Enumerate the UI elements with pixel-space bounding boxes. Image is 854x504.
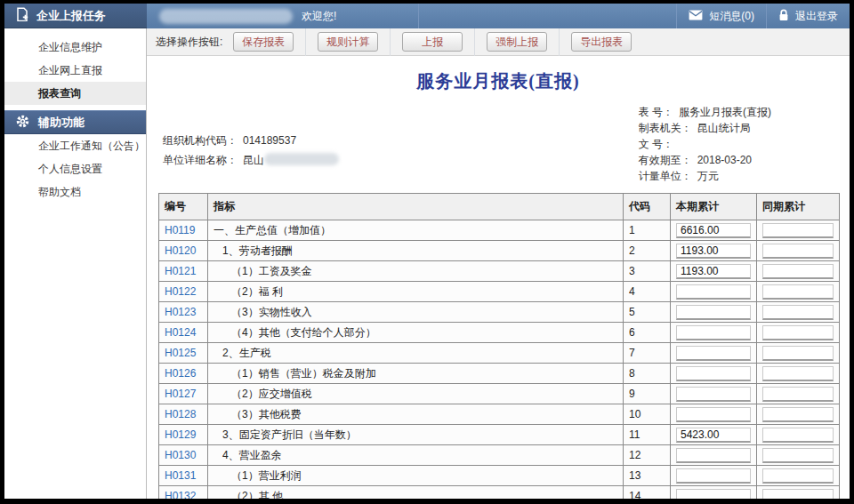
same-period-input[interactable]	[762, 346, 834, 361]
same-period-cell	[757, 384, 840, 404]
export-report-button[interactable]: 导出报表	[571, 32, 632, 52]
same-period-input[interactable]	[762, 305, 834, 320]
current-period-cell	[671, 282, 757, 302]
table-row: H0132（2）其 他14	[159, 486, 840, 500]
messages-button[interactable]: 短消息(0)	[677, 4, 766, 28]
sidebar-item-help-docs[interactable]: 帮助文档	[4, 180, 146, 204]
same-period-input[interactable]	[762, 407, 834, 422]
same-period-input[interactable]	[762, 284, 834, 300]
report-table: 编号 指标 代码 本期累计 同期累计 H0119一、生产总值（增加值）16616…	[158, 193, 840, 499]
current-period-input[interactable]	[676, 407, 751, 422]
current-period-cell: 1193.00	[671, 241, 757, 261]
logout-button[interactable]: 退出登录	[767, 4, 850, 28]
current-period-input[interactable]	[676, 366, 751, 381]
toolbar-label: 选择操作按钮:	[156, 35, 222, 50]
same-period-input[interactable]	[762, 223, 834, 238]
current-period-input[interactable]	[676, 284, 751, 300]
current-period-cell: 5423.00	[671, 425, 757, 445]
same-period-input[interactable]	[762, 428, 834, 443]
current-period-input[interactable]	[676, 448, 751, 463]
table-row: H0123（3）实物性收入5	[159, 302, 840, 323]
row-code-link[interactable]: H0121	[165, 265, 196, 277]
current-period-input[interactable]: 1193.00	[676, 244, 751, 259]
sidebar-section-header-aux[interactable]: 辅助功能	[4, 110, 146, 134]
row-seq: 6	[624, 323, 671, 343]
same-period-input[interactable]	[762, 244, 834, 259]
envelope-icon	[689, 10, 703, 23]
current-period-input[interactable]	[676, 468, 751, 484]
current-period-cell	[671, 364, 757, 384]
document-add-icon	[16, 7, 28, 24]
row-code-link[interactable]: H0131	[165, 469, 196, 482]
sidebar-section-header-tasks[interactable]: 企业上报任务	[4, 4, 147, 28]
same-period-input[interactable]	[762, 468, 834, 484]
rule-calc-button[interactable]: 规则计算	[318, 32, 378, 52]
save-report-button[interactable]: 保存报表	[233, 32, 294, 52]
body-row: 企业信息维护 企业网上直报 报表查询 辅助功能 企业工作通知（公告） 个人信息设…	[4, 28, 850, 499]
same-period-input[interactable]	[762, 366, 834, 381]
top-bar-divider	[418, 4, 419, 28]
same-period-input[interactable]	[762, 264, 834, 279]
org-code-line: 组织机构代码：014189537	[163, 131, 339, 150]
toolbar-divider	[390, 28, 391, 56]
current-period-input[interactable]	[676, 305, 751, 320]
same-period-cell	[757, 445, 840, 466]
row-code-link[interactable]: H0126	[165, 367, 196, 380]
force-submit-button[interactable]: 强制上报	[487, 32, 547, 52]
row-seq: 5	[624, 302, 671, 323]
row-code-link[interactable]: H0132	[165, 490, 196, 499]
current-period-cell: 6616.00	[671, 220, 757, 241]
same-period-input[interactable]	[762, 325, 834, 340]
top-bar: 企业上报任务 欢迎您! 短消息(0) 退出登录	[4, 4, 850, 28]
row-code-cell: H0120	[159, 241, 208, 261]
row-code-link[interactable]: H0127	[165, 388, 196, 400]
same-period-input[interactable]	[762, 448, 834, 463]
row-indicator: （2）应交增值税	[208, 384, 624, 404]
row-seq: 10	[624, 404, 671, 425]
row-code-link[interactable]: H0129	[165, 428, 196, 441]
table-row: H0124（4）其他（支付给个人部分）6	[159, 323, 840, 343]
issuing-agency-line: 制表机关：昆山统计局	[639, 120, 771, 136]
sidebar-section-title: 企业上报任务	[36, 8, 106, 24]
row-code-link[interactable]: H0130	[165, 449, 196, 461]
action-toolbar: 选择操作按钮: 保存报表 规则计算 上报 强制上报 导出报表	[147, 28, 850, 56]
row-code-link[interactable]: H0120	[165, 244, 196, 257]
current-period-input[interactable]	[676, 346, 751, 361]
row-code-link[interactable]: H0123	[165, 306, 196, 318]
sidebar-item-work-notice[interactable]: 企业工作通知（公告）	[4, 134, 146, 157]
current-period-input[interactable]	[676, 489, 751, 500]
sidebar-item-online-report[interactable]: 企业网上直报	[4, 59, 146, 82]
row-code-link[interactable]: H0128	[165, 408, 196, 420]
row-code-cell: H0129	[159, 425, 208, 445]
row-indicator: （1）营业利润	[208, 466, 624, 486]
current-period-input[interactable]: 6616.00	[676, 223, 751, 238]
same-period-input[interactable]	[762, 489, 834, 500]
row-code-link[interactable]: H0125	[165, 347, 196, 359]
row-code-cell: H0124	[159, 323, 208, 343]
same-period-cell	[757, 343, 840, 364]
same-period-cell	[757, 404, 840, 425]
current-period-input[interactable]	[676, 325, 751, 340]
table-row: H0128（3）其他税费10	[159, 404, 840, 425]
same-period-cell	[757, 425, 840, 445]
current-period-input[interactable]: 5423.00	[676, 428, 751, 443]
row-code-link[interactable]: H0122	[165, 285, 196, 298]
top-bar-main: 欢迎您! 短消息(0) 退出登录	[147, 4, 850, 28]
row-indicator: （3）其他税费	[208, 404, 624, 425]
sidebar-item-personal-settings[interactable]: 个人信息设置	[4, 157, 146, 180]
row-code-cell: H0128	[159, 404, 208, 425]
row-code-link[interactable]: H0124	[165, 326, 196, 339]
row-indicator: （4）其他（支付给个人部分）	[208, 323, 624, 343]
row-indicator: （2）福 利	[208, 282, 624, 302]
row-code-link[interactable]: H0119	[165, 224, 195, 236]
sidebar-item-company-info[interactable]: 企业信息维护	[4, 36, 146, 59]
current-period-input[interactable]: 1193.00	[676, 264, 751, 279]
same-period-cell	[757, 364, 840, 384]
table-row: H01252、生产税7	[159, 343, 840, 364]
current-period-input[interactable]	[676, 387, 751, 402]
row-indicator: 1、劳动者报酬	[208, 241, 624, 261]
same-period-input[interactable]	[762, 387, 834, 402]
sidebar-item-report-query[interactable]: 报表查询	[4, 82, 146, 105]
submit-button[interactable]: 上报	[402, 32, 463, 52]
table-row: H0122（2）福 利4	[159, 282, 840, 302]
